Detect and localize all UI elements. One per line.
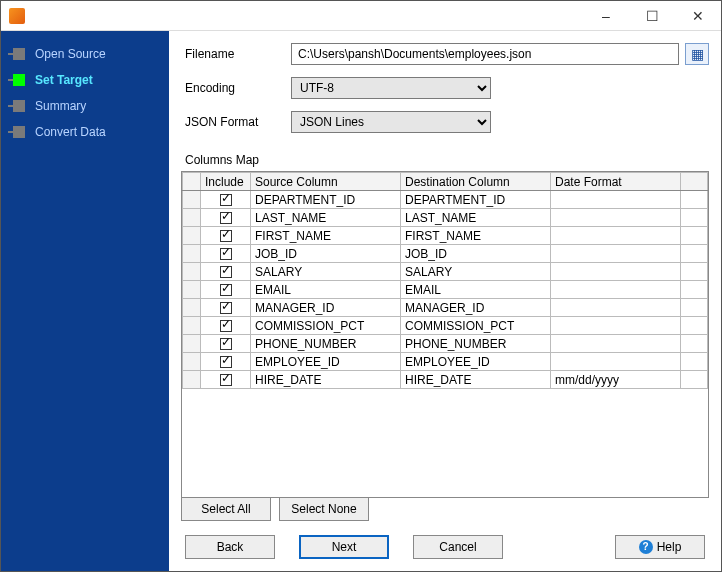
cell-date-format[interactable] xyxy=(551,353,681,371)
cell-include[interactable] xyxy=(201,245,251,263)
cell-destination[interactable]: LAST_NAME xyxy=(401,209,551,227)
include-checkbox[interactable] xyxy=(220,374,232,386)
cell-source[interactable]: DEPARTMENT_ID xyxy=(251,191,401,209)
header-date-format[interactable]: Date Format xyxy=(551,173,681,191)
wizard-step-open-source[interactable]: Open Source xyxy=(1,41,169,67)
wizard-step-convert-data[interactable]: Convert Data xyxy=(1,119,169,145)
cell-date-format[interactable] xyxy=(551,299,681,317)
cell-source[interactable]: FIRST_NAME xyxy=(251,227,401,245)
cell-source[interactable]: JOB_ID xyxy=(251,245,401,263)
encoding-select[interactable]: UTF-8 xyxy=(291,77,491,99)
step-label: Set Target xyxy=(35,73,93,87)
table-row[interactable]: DEPARTMENT_IDDEPARTMENT_ID xyxy=(183,191,708,209)
cell-destination[interactable]: EMPLOYEE_ID xyxy=(401,353,551,371)
cancel-button[interactable]: Cancel xyxy=(413,535,503,559)
include-checkbox[interactable] xyxy=(220,266,232,278)
table-row[interactable]: LAST_NAMELAST_NAME xyxy=(183,209,708,227)
close-button[interactable]: ✕ xyxy=(675,1,721,31)
table-row[interactable]: PHONE_NUMBERPHONE_NUMBER xyxy=(183,335,708,353)
include-checkbox[interactable] xyxy=(220,212,232,224)
header-include[interactable]: Include xyxy=(201,173,251,191)
table-row[interactable]: EMPLOYEE_IDEMPLOYEE_ID xyxy=(183,353,708,371)
cell-destination[interactable]: FIRST_NAME xyxy=(401,227,551,245)
row-header[interactable] xyxy=(183,191,201,209)
browse-button[interactable]: ▦ xyxy=(685,43,709,65)
include-checkbox[interactable] xyxy=(220,338,232,350)
cell-source[interactable]: SALARY xyxy=(251,263,401,281)
include-checkbox[interactable] xyxy=(220,248,232,260)
include-checkbox[interactable] xyxy=(220,320,232,332)
table-row[interactable]: EMAILEMAIL xyxy=(183,281,708,299)
cell-include[interactable] xyxy=(201,227,251,245)
table-row[interactable]: JOB_IDJOB_ID xyxy=(183,245,708,263)
cell-source[interactable]: EMAIL xyxy=(251,281,401,299)
row-header[interactable] xyxy=(183,227,201,245)
include-checkbox[interactable] xyxy=(220,230,232,242)
cell-source[interactable]: EMPLOYEE_ID xyxy=(251,353,401,371)
row-header[interactable] xyxy=(183,281,201,299)
cell-include[interactable] xyxy=(201,317,251,335)
cell-include[interactable] xyxy=(201,281,251,299)
cell-include[interactable] xyxy=(201,209,251,227)
cell-destination[interactable]: SALARY xyxy=(401,263,551,281)
cell-date-format[interactable] xyxy=(551,227,681,245)
cell-destination[interactable]: HIRE_DATE xyxy=(401,371,551,389)
include-checkbox[interactable] xyxy=(220,356,232,368)
row-header[interactable] xyxy=(183,317,201,335)
cell-date-format[interactable] xyxy=(551,335,681,353)
wizard-step-set-target[interactable]: Set Target xyxy=(1,67,169,93)
filename-input[interactable] xyxy=(291,43,679,65)
header-source[interactable]: Source Column xyxy=(251,173,401,191)
cell-include[interactable] xyxy=(201,191,251,209)
table-row[interactable]: FIRST_NAMEFIRST_NAME xyxy=(183,227,708,245)
cell-source[interactable]: HIRE_DATE xyxy=(251,371,401,389)
table-row[interactable]: SALARYSALARY xyxy=(183,263,708,281)
cell-date-format[interactable] xyxy=(551,281,681,299)
maximize-button[interactable]: ☐ xyxy=(629,1,675,31)
cell-source[interactable]: MANAGER_ID xyxy=(251,299,401,317)
row-header[interactable] xyxy=(183,335,201,353)
cell-source[interactable]: COMMISSION_PCT xyxy=(251,317,401,335)
cell-source[interactable]: PHONE_NUMBER xyxy=(251,335,401,353)
cell-date-format[interactable] xyxy=(551,263,681,281)
row-header[interactable] xyxy=(183,209,201,227)
columns-map-grid[interactable]: Include Source Column Destination Column… xyxy=(181,171,709,498)
help-button[interactable]: ? Help xyxy=(615,535,705,559)
cell-include[interactable] xyxy=(201,353,251,371)
cell-include[interactable] xyxy=(201,371,251,389)
row-header[interactable] xyxy=(183,299,201,317)
back-button[interactable]: Back xyxy=(185,535,275,559)
json-format-select[interactable]: JSON Lines xyxy=(291,111,491,133)
cell-include[interactable] xyxy=(201,263,251,281)
select-none-button[interactable]: Select None xyxy=(279,497,369,521)
cell-source[interactable]: LAST_NAME xyxy=(251,209,401,227)
cell-include[interactable] xyxy=(201,299,251,317)
include-checkbox[interactable] xyxy=(220,302,232,314)
include-checkbox[interactable] xyxy=(220,194,232,206)
table-row[interactable]: COMMISSION_PCTCOMMISSION_PCT xyxy=(183,317,708,335)
cell-destination[interactable]: MANAGER_ID xyxy=(401,299,551,317)
header-destination[interactable]: Destination Column xyxy=(401,173,551,191)
cell-destination[interactable]: COMMISSION_PCT xyxy=(401,317,551,335)
cell-date-format[interactable] xyxy=(551,191,681,209)
cell-destination[interactable]: PHONE_NUMBER xyxy=(401,335,551,353)
row-header[interactable] xyxy=(183,245,201,263)
cell-date-format[interactable]: mm/dd/yyyy xyxy=(551,371,681,389)
wizard-step-summary[interactable]: Summary xyxy=(1,93,169,119)
row-header[interactable] xyxy=(183,371,201,389)
table-row[interactable]: HIRE_DATEHIRE_DATEmm/dd/yyyy xyxy=(183,371,708,389)
table-row[interactable]: MANAGER_IDMANAGER_ID xyxy=(183,299,708,317)
cell-destination[interactable]: EMAIL xyxy=(401,281,551,299)
row-header[interactable] xyxy=(183,353,201,371)
include-checkbox[interactable] xyxy=(220,284,232,296)
cell-destination[interactable]: JOB_ID xyxy=(401,245,551,263)
cell-date-format[interactable] xyxy=(551,209,681,227)
minimize-button[interactable]: – xyxy=(583,1,629,31)
cell-include[interactable] xyxy=(201,335,251,353)
row-header[interactable] xyxy=(183,263,201,281)
cell-date-format[interactable] xyxy=(551,245,681,263)
select-all-button[interactable]: Select All xyxy=(181,497,271,521)
next-button[interactable]: Next xyxy=(299,535,389,559)
cell-date-format[interactable] xyxy=(551,317,681,335)
cell-destination[interactable]: DEPARTMENT_ID xyxy=(401,191,551,209)
